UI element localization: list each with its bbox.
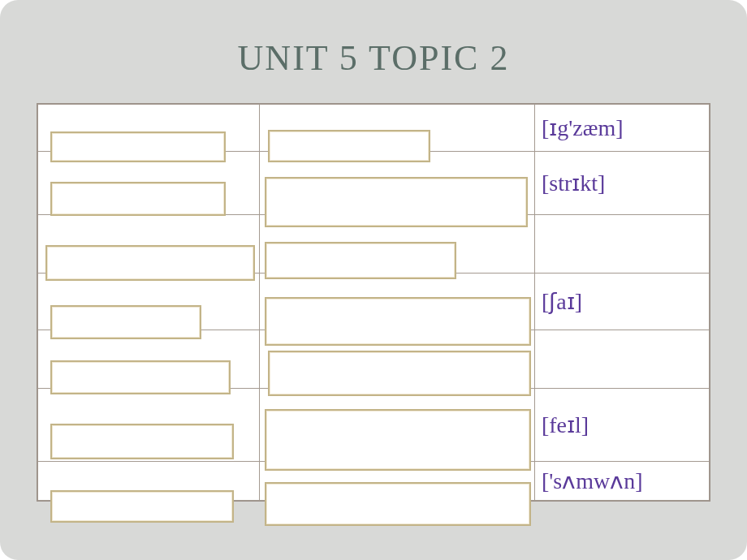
cell-def xyxy=(259,389,534,462)
table: [ɪg'zæm] [strɪkt] [ʃaɪ] xyxy=(37,104,710,501)
cell-def xyxy=(259,152,534,215)
cell-ipa: [feɪl] xyxy=(534,389,709,462)
cell-def xyxy=(259,462,534,501)
table-row: [ɪg'zæm] xyxy=(38,105,710,152)
slide-title: UNIT 5 TOPIC 2 xyxy=(34,37,713,79)
ipa-text: [ɪg'zæm] xyxy=(542,115,624,140)
table-row: [feɪl] xyxy=(38,389,710,462)
cell-ipa xyxy=(534,330,709,389)
table-row: [strɪkt] xyxy=(38,152,710,215)
table-row xyxy=(38,330,710,389)
cell-def xyxy=(259,215,534,274)
cell-def xyxy=(259,105,534,152)
cell-word xyxy=(38,274,260,330)
ipa-text: [feɪl] xyxy=(542,412,589,437)
cell-ipa: [strɪkt] xyxy=(534,152,709,215)
table-row: ['sʌmwʌn] xyxy=(38,462,710,501)
cell-word xyxy=(38,215,260,274)
table-row xyxy=(38,215,710,274)
vocabulary-table: [ɪg'zæm] [strɪkt] [ʃaɪ] xyxy=(37,103,710,502)
cell-ipa: [ɪg'zæm] xyxy=(534,105,709,152)
cell-word xyxy=(38,389,260,462)
cell-word xyxy=(38,330,260,389)
table-row: [ʃaɪ] xyxy=(38,274,710,330)
ipa-text: [strɪkt] xyxy=(542,170,605,196)
slide: UNIT 5 TOPIC 2 [ɪg'zæm] [strɪkt] xyxy=(0,0,747,560)
cell-ipa: [ʃaɪ] xyxy=(534,274,709,330)
ipa-text: [ʃaɪ] xyxy=(542,289,582,314)
cell-ipa: ['sʌmwʌn] xyxy=(534,462,709,501)
cell-ipa xyxy=(534,215,709,274)
cell-word xyxy=(38,462,260,501)
cell-def xyxy=(259,330,534,389)
cell-word xyxy=(38,152,260,215)
cell-def xyxy=(259,274,534,330)
ipa-text: ['sʌmwʌn] xyxy=(542,468,643,493)
cell-word xyxy=(38,105,260,152)
